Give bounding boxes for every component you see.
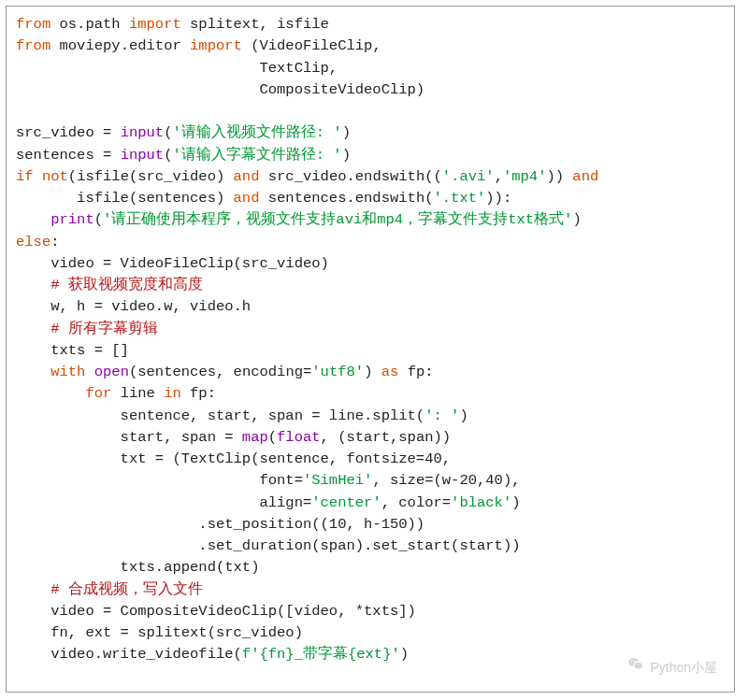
fn-input: input [121,147,165,164]
txt: .set_position((10, h-150)) [16,516,424,533]
txt: txts = [] [16,342,129,359]
txt: ) [511,494,520,511]
comment: # 所有字幕剪辑 [50,321,158,337]
comment: # 合成视频，写入文件 [50,581,203,598]
fn-print: print [50,211,94,228]
str: 'mp4' [503,168,547,185]
txt: ) [342,124,351,141]
kw-and: and [234,190,260,207]
wechat-icon [627,656,644,679]
txt: TextClip, [16,60,338,77]
txt: fp: [181,385,216,402]
txt: , size=(w-20,40), [372,472,520,489]
fn-input: input [121,124,165,141]
txt: os.path [50,16,129,33]
txt: fp: [398,364,433,380]
txt: sentences.endswith( [259,190,433,207]
str: '请输入视频文件路径: ' [172,124,341,141]
comment: # 获取视频宽度和高度 [50,277,203,293]
kw-for: for [85,385,111,402]
kw-in: in [164,385,181,402]
txt: src_video.endswith(( [259,168,441,185]
txt [85,364,94,380]
txt: align= [16,494,311,511]
txt [16,211,50,228]
str: '.txt' [433,190,485,207]
txt [16,385,85,402]
str: ': ' [424,407,459,424]
txt: txts.append(txt) [16,559,259,576]
kw-import: import [129,16,181,33]
str: f'{fn}_带字幕{ext}' [242,646,400,663]
txt [16,581,50,598]
txt: txt = (TextClip(sentence, fontsize=40, [16,450,451,467]
txt: ) [459,407,468,424]
txt: w, h = video.w, video.h [16,298,251,315]
txt: (VideoFileClip, [242,37,381,54]
txt: (sentences, encoding= [129,364,311,380]
txt: , [495,168,503,185]
kw-import: import [190,37,242,54]
fn-float: float [277,429,321,446]
txt: src_video = [16,124,121,141]
kw-else: else [16,234,50,250]
txt: splitext, isfile [181,16,329,33]
str: 'black' [451,494,511,511]
txt: moviepy.editor [50,37,190,54]
kw-as: as [381,364,399,380]
fn-map: map [242,429,268,446]
txt: video = VideoFileClip(src_video) [16,255,329,272]
txt: , color= [381,494,451,511]
watermark-text: Python小屋 [650,658,717,678]
kw-not: not [42,168,68,185]
txt [16,364,50,380]
txt [16,321,50,337]
txt: ) [400,646,409,663]
txt: ( [94,211,103,228]
txt: video.write_videofile( [16,646,242,663]
txt [34,168,42,185]
kw-from: from [16,37,50,54]
txt: , (start,span)) [321,429,452,446]
str: '请正确使用本程序，视频文件支持avi和mp4，字幕文件支持txt格式' [103,211,572,228]
txt: ) [342,147,351,164]
txt: sentence, start, span = line.split( [16,407,424,424]
txt: font= [16,472,303,489]
txt: video = CompositeVideoClip([video, *txts… [16,603,416,620]
kw-and: and [572,168,598,185]
watermark: Python小屋 [627,656,717,679]
txt: line [111,385,164,402]
txt: )): [485,190,511,207]
txt: isfile(sentences) [16,190,234,207]
str: '请输入字幕文件路径: ' [172,147,341,164]
txt: ) [572,211,581,228]
txt: : [50,234,59,250]
kw-with: with [50,364,85,380]
fn-open: open [94,364,129,380]
kw-from: from [16,16,50,33]
str: '.avi' [442,168,495,185]
txt: )) [546,168,572,185]
str: 'utf8' [311,364,364,380]
txt: ( [268,429,277,446]
kw-if: if [16,168,34,185]
txt: (isfile(src_video) [68,168,234,185]
txt [16,277,50,293]
str: 'SimHei' [303,472,372,489]
txt: fn, ext = splitext(src_video) [16,624,303,641]
str: 'center' [311,494,381,511]
code-snippet: from os.path import splitext, isfile fro… [6,6,735,693]
kw-and: and [234,168,260,185]
txt: ) [364,364,381,380]
txt: start, span = [16,429,242,446]
txt: sentences = [16,147,121,164]
txt: .set_duration(span).set_start(start)) [16,537,521,554]
txt: CompositeVideoClip) [16,81,424,98]
